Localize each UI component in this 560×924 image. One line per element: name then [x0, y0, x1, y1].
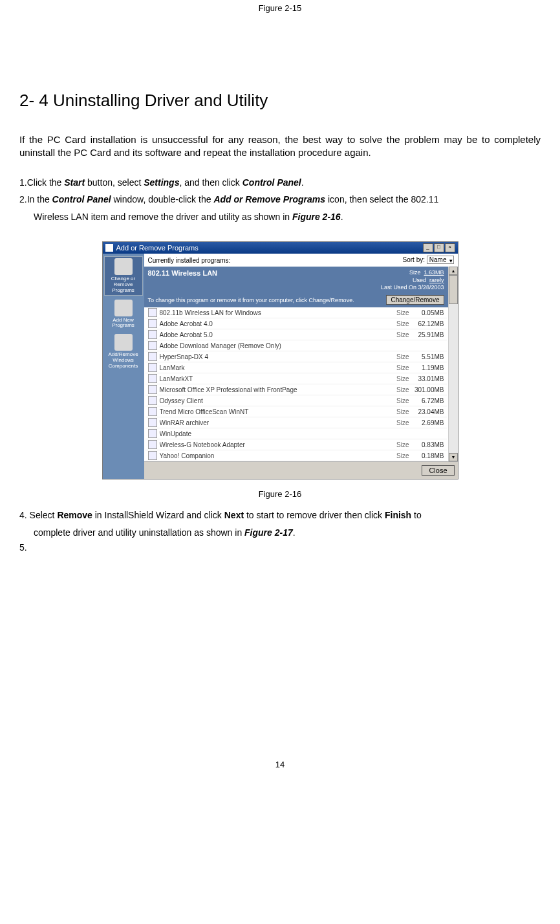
- sidebar-item-change-remove[interactable]: Change or Remove Programs: [104, 256, 143, 295]
- program-size-label: Size: [391, 364, 409, 371]
- installed-programs-label: Currently installed programs:: [148, 257, 231, 264]
- step-2-line2: Wireless LAN item and remove the driver …: [34, 208, 541, 226]
- program-row[interactable]: Microsoft Office XP Professional with Fr…: [145, 384, 447, 395]
- program-size-label: Size: [391, 441, 409, 448]
- change-remove-icon: [114, 258, 133, 275]
- program-icon: [148, 407, 157, 416]
- program-icon: [148, 385, 157, 394]
- program-row[interactable]: Adobe Download Manager (Remove Only): [145, 340, 447, 351]
- program-icon: [148, 451, 157, 460]
- change-remove-button[interactable]: Change/Remove: [386, 295, 444, 305]
- minimize-button[interactable]: _: [423, 243, 433, 252]
- sidebar: Change or Remove Programs Add New Progra…: [103, 254, 144, 479]
- program-name: Adobe Acrobat 4.0: [160, 320, 391, 327]
- program-row[interactable]: 802.11b Wireless LAN for WindowsSize0.05…: [145, 307, 447, 318]
- program-name: Microsoft Office XP Professional with Fr…: [160, 386, 391, 393]
- scroll-down-button[interactable]: ▾: [449, 453, 458, 461]
- program-name: 802.11b Wireless LAN for Windows: [160, 309, 391, 316]
- program-size-value: 301.00MB: [409, 386, 444, 393]
- program-size-value: 0.83MB: [409, 441, 444, 448]
- program-row[interactable]: LanMarkXTSize33.01MB: [145, 373, 447, 384]
- program-size-label: Size: [391, 331, 409, 338]
- program-icon: [148, 319, 157, 328]
- windows-components-icon: [114, 334, 133, 351]
- program-size-value: 6.72MB: [409, 397, 444, 404]
- program-icon: [148, 396, 157, 405]
- maximize-button[interactable]: □: [434, 243, 444, 252]
- program-icon: [148, 341, 157, 350]
- window-title: Add or Remove Programs: [116, 244, 199, 252]
- program-name: WinRAR archiver: [160, 419, 391, 426]
- program-icon: [148, 440, 157, 449]
- program-size-value: 0.18MB: [409, 452, 444, 459]
- step-2: 2.In the Control Panel window, double-cl…: [19, 191, 541, 208]
- program-size-label: Size: [391, 309, 409, 316]
- program-icon: [148, 363, 157, 372]
- program-size-label: Size: [391, 353, 409, 360]
- program-size-value: 33.01MB: [409, 375, 444, 382]
- program-size-label: Size: [391, 375, 409, 382]
- close-button[interactable]: Close: [422, 465, 454, 476]
- program-row[interactable]: WinRAR archiverSize2.69MB: [145, 417, 447, 428]
- add-new-icon: [114, 300, 133, 316]
- program-list: 802.11b Wireless LAN for WindowsSize0.05…: [144, 307, 448, 461]
- sort-by-select[interactable]: Name: [427, 256, 454, 264]
- program-size-value: 2.69MB: [409, 419, 444, 426]
- selected-program-band[interactable]: 802.11 Wireless LAN Size 1.63MB Used rar…: [144, 267, 448, 307]
- program-size-label: Size: [391, 408, 409, 415]
- program-size-value: 1.19MB: [409, 364, 444, 371]
- program-size-label: Size: [391, 452, 409, 459]
- section-title: 2- 4 Uninstalling Driver and Utility: [19, 91, 541, 111]
- program-name: LanMark: [160, 364, 391, 371]
- program-size-value: 23.04MB: [409, 408, 444, 415]
- program-icon: [148, 418, 157, 427]
- sort-by-label: Sort by:: [403, 256, 425, 263]
- scroll-thumb[interactable]: [449, 275, 458, 304]
- figure-2-16-caption: Figure 2-16: [19, 489, 541, 499]
- program-size-value: 5.51MB: [409, 353, 444, 360]
- program-name: Adobe Download Manager (Remove Only): [160, 342, 391, 349]
- program-row[interactable]: Trend Micro OfficeScan WinNTSize23.04MB: [145, 406, 447, 417]
- program-name: Yahoo! Companion: [160, 452, 391, 459]
- program-size-label: Size: [391, 397, 409, 404]
- program-icon: [148, 352, 157, 361]
- selected-program-name: 802.11 Wireless LAN: [148, 269, 218, 277]
- program-size-label: Size: [391, 419, 409, 426]
- program-row[interactable]: Adobe Acrobat 5.0Size25.91MB: [145, 329, 447, 340]
- close-window-button[interactable]: ×: [445, 243, 455, 252]
- program-name: LanMarkXT: [160, 375, 391, 382]
- page-number: 14: [19, 760, 541, 782]
- program-row[interactable]: LanMarkSize1.19MB: [145, 362, 447, 373]
- step-1: 1.Click the Start button, select Setting…: [19, 174, 541, 192]
- add-remove-programs-window: Add or Remove Programs _ □ × Change or R…: [102, 241, 458, 479]
- step-5: 5.: [19, 542, 541, 553]
- program-name: Trend Micro OfficeScan WinNT: [160, 408, 391, 415]
- program-name: WinUpdate: [160, 430, 391, 437]
- program-size-value: 62.12MB: [409, 320, 444, 327]
- screenshot-figure-2-16: Add or Remove Programs _ □ × Change or R…: [102, 241, 458, 479]
- bottom-bar: Close: [144, 461, 458, 479]
- program-size-value: 0.05MB: [409, 309, 444, 316]
- window-titlebar: Add or Remove Programs _ □ ×: [103, 242, 458, 254]
- figure-top-caption: Figure 2-15: [19, 3, 541, 13]
- sidebar-item-windows-components[interactable]: Add/Remove Windows Components: [104, 333, 143, 370]
- scrollbar[interactable]: ▴ ▾: [448, 267, 458, 461]
- program-icon: [148, 429, 157, 438]
- window-icon: [105, 244, 113, 252]
- program-size-label: Size: [391, 320, 409, 327]
- program-name: Odyssey Client: [160, 397, 391, 404]
- program-name: Adobe Acrobat 5.0: [160, 331, 391, 338]
- program-row[interactable]: HyperSnap-DX 4Size5.51MB: [145, 351, 447, 362]
- scroll-up-button[interactable]: ▴: [449, 267, 458, 275]
- sidebar-item-add-new[interactable]: Add New Programs: [104, 298, 143, 331]
- program-row[interactable]: Wireless-G Notebook AdapterSize0.83MB: [145, 439, 447, 450]
- selected-program-stats: Size 1.63MB Used rarely Last Used On 3/2…: [381, 269, 444, 291]
- program-row[interactable]: WinUpdate: [145, 428, 447, 439]
- program-icon: [148, 330, 157, 339]
- program-row[interactable]: Adobe Acrobat 4.0Size62.12MB: [145, 318, 447, 329]
- program-row[interactable]: Odyssey ClientSize6.72MB: [145, 395, 447, 406]
- program-size-label: Size: [391, 386, 409, 393]
- program-row[interactable]: Yahoo! CompanionSize0.18MB: [145, 450, 447, 461]
- topbar: Currently installed programs: Sort by: N…: [144, 254, 458, 267]
- program-icon: [148, 374, 157, 383]
